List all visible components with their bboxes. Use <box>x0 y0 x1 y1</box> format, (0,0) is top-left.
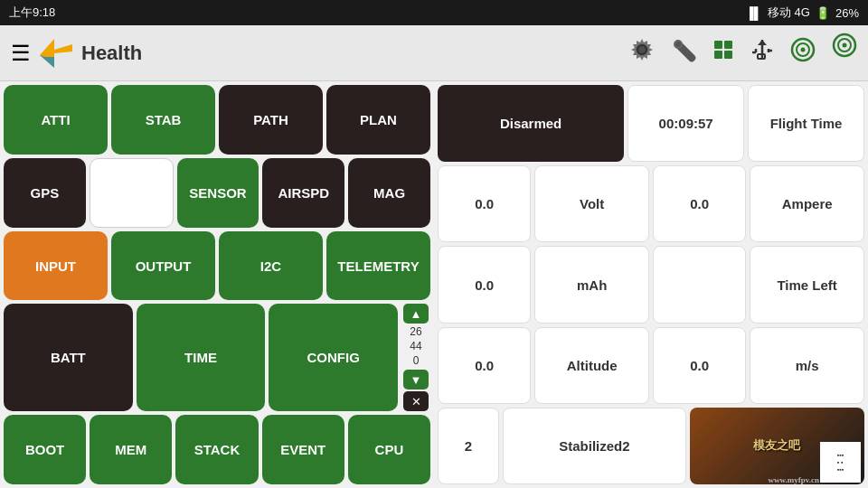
status-right: ▐▌ 移动 4G 🔋 26% <box>746 5 859 21</box>
telem-row-5: 2 Stabilized2 模友之吧 ▪▪▪▪ ▪▪▪▪ www.myfpv.c… <box>438 408 864 484</box>
stack-button[interactable]: STACK <box>175 415 258 484</box>
time-display: 上午9:18 <box>9 5 55 21</box>
watermark-text: 模友之吧 <box>753 437 800 454</box>
boot-button[interactable]: BOOT <box>4 415 86 484</box>
telemetry-button[interactable]: TELEMETRY <box>326 231 430 301</box>
scroll-close-button[interactable]: ✕ <box>403 391 429 411</box>
batt-button[interactable]: BATT <box>4 304 133 411</box>
grid-icon[interactable] <box>712 39 734 67</box>
button-row-2: GPS SENSOR AIRSPD MAG <box>4 158 430 228</box>
mag-button[interactable]: MAG <box>348 158 430 228</box>
scroll-controls: ▲ 26 44 0 ▼ ✕ <box>401 304 430 411</box>
mah-val: 0.0 <box>438 246 531 323</box>
event-button[interactable]: EVENT <box>262 415 344 484</box>
telem-row-2: 0.0 Volt 0.0 Ampere <box>438 165 864 242</box>
settings-icon[interactable] <box>629 37 655 69</box>
mem-button[interactable]: MEM <box>90 415 172 484</box>
path-button[interactable]: PATH <box>219 85 323 155</box>
svg-point-21 <box>843 43 847 48</box>
button-row-5: BOOT MEM STACK EVENT CPU <box>4 415 430 484</box>
toolbar: ☰ Health <box>0 25 868 81</box>
svg-marker-1 <box>40 55 54 68</box>
button-row-4: BATT TIME CONFIG ▲ 26 44 0 ▼ ✕ <box>4 304 430 411</box>
left-panel: ATTI STAB PATH PLAN GPS SENSOR AIRSPD MA… <box>0 81 434 488</box>
scroll-up-button[interactable]: ▲ <box>403 304 429 324</box>
scroll-down-button[interactable]: ▼ <box>403 370 429 389</box>
volt-label: Volt <box>534 165 649 242</box>
radio2-icon[interactable] <box>832 33 857 64</box>
mah-label: mAh <box>534 246 649 323</box>
battery-level: 26% <box>835 6 859 20</box>
signal-bars-icon: ▐▌ <box>746 6 762 20</box>
config-button[interactable]: CONFIG <box>269 304 398 411</box>
right-panel: Disarmed 00:09:57 Flight Time 0.0 Volt 0… <box>434 81 868 488</box>
sensor-button[interactable]: SENSOR <box>177 158 259 228</box>
svg-marker-0 <box>40 39 72 68</box>
toolbar-icons <box>629 37 857 69</box>
usb-icon[interactable] <box>750 38 774 68</box>
radio1-icon[interactable] <box>790 37 816 69</box>
telem-row-1: Disarmed 00:09:57 Flight Time <box>438 85 864 162</box>
output-button[interactable]: OUTPUT <box>111 231 215 301</box>
watermark-url: www.myfpv.cn <box>768 475 819 484</box>
ms-label: m/s <box>750 327 864 404</box>
flight-timer: 00:09:57 <box>627 85 744 162</box>
scroll-num2: 44 <box>410 340 421 354</box>
svg-marker-10 <box>758 40 767 45</box>
time-button[interactable]: TIME <box>137 304 266 411</box>
alt-val: 0.0 <box>438 327 531 404</box>
hamburger-icon[interactable]: ☰ <box>11 41 31 66</box>
battery-icon: 🔋 <box>816 6 830 20</box>
flight-time-label: Flight Time <box>748 85 864 162</box>
gps-button[interactable]: GPS <box>4 158 86 228</box>
bird-logo-icon <box>38 37 74 70</box>
wrench-icon[interactable] <box>671 37 696 69</box>
disarmed-status: Disarmed <box>438 85 624 162</box>
scroll-num3: 0 <box>410 354 421 369</box>
input-button[interactable]: INPUT <box>4 231 108 301</box>
telem-row-3: 0.0 mAh Time Left <box>438 246 864 323</box>
telem-row-4: 0.0 Altitude 0.0 m/s <box>438 327 864 404</box>
mode-label: Stabilized2 <box>503 408 686 484</box>
status-left: 上午9:18 <box>9 5 55 21</box>
svg-rect-7 <box>714 51 722 59</box>
stab-button[interactable]: STAB <box>111 85 215 155</box>
status-bar: 上午9:18 ▐▌ 移动 4G 🔋 26% <box>0 0 868 25</box>
watermark-area: 模友之吧 ▪▪▪▪ ▪▪▪▪ www.myfpv.cn <box>690 408 864 484</box>
scroll-num1: 26 <box>410 325 421 340</box>
alt-label: Altitude <box>534 327 649 404</box>
button-row-1: ATTI STAB PATH PLAN <box>4 85 430 155</box>
atti-button[interactable]: ATTI <box>4 85 108 155</box>
main-content: ATTI STAB PATH PLAN GPS SENSOR AIRSPD MA… <box>0 81 868 488</box>
ampere-val: 0.0 <box>653 165 746 242</box>
button-row-3: INPUT OUTPUT I2C TELEMETRY <box>4 231 430 301</box>
svg-point-18 <box>801 48 806 52</box>
svg-rect-8 <box>724 51 732 59</box>
plan-button[interactable]: PLAN <box>326 85 430 155</box>
gps-white <box>90 158 174 228</box>
volt-val: 0.0 <box>438 165 531 242</box>
airspd-button[interactable]: AIRSPD <box>262 158 344 228</box>
ampere-label: Ampere <box>750 165 864 242</box>
timeleft-spacer <box>653 246 746 323</box>
app-title: Health <box>81 42 142 65</box>
qr-code-icon: ▪▪▪▪ ▪▪▪▪ <box>820 442 861 483</box>
svg-rect-5 <box>714 41 722 49</box>
ms-val: 0.0 <box>653 327 746 404</box>
mode-num: 2 <box>438 408 499 484</box>
network-label: 移动 4G <box>768 5 810 21</box>
scroll-numbers: 26 44 0 <box>410 325 421 368</box>
i2c-button[interactable]: I2C <box>219 231 323 301</box>
svg-rect-6 <box>724 41 732 49</box>
toolbar-logo: ☰ Health <box>11 37 142 70</box>
timeleft-label: Time Left <box>750 246 864 323</box>
cpu-button[interactable]: CPU <box>348 415 430 484</box>
